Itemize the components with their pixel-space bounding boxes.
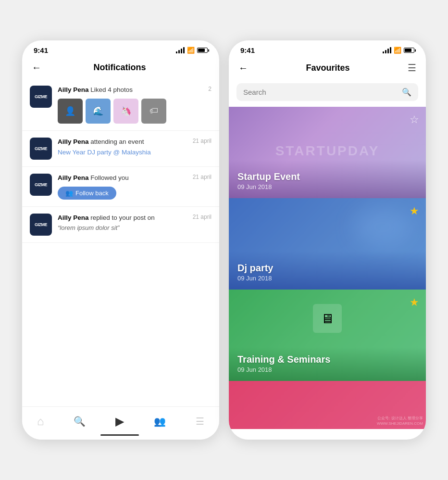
photo-thumb: 🏷	[141, 99, 166, 124]
signal-icon	[383, 48, 391, 53]
follow-icon: 👥	[65, 189, 73, 197]
avatar: GIZME	[30, 138, 52, 160]
event-card-overlay: ★ Training & Seminars 09 Jun 2018	[229, 290, 426, 381]
notification-item: GIZME Ailly Pena replied to your post on…	[22, 207, 219, 243]
bottom-nav: ⌂ 🔍 ▶ 👥 ☰	[22, 406, 219, 440]
notification-text: Ailly Pena Followed you	[58, 174, 129, 183]
status-icons-right: 📶	[383, 47, 414, 54]
phone-notifications: 9:41 📶 ← Notifications GIZME Ailly	[22, 40, 219, 440]
favourites-cards-list: STARTUPDAY ☆ Startup Event 09 Jun 2018 ★…	[229, 107, 426, 440]
notification-text: Ailly Pena Liked 4 photos	[58, 86, 202, 95]
nav-item-search[interactable]: 🔍	[69, 414, 90, 429]
notification-text: Ailly Pena attending an event	[58, 138, 144, 147]
reply-quote: “lorem ipsum dolor sit”	[58, 224, 212, 231]
search-nav-icon: 🔍	[74, 416, 86, 427]
notification-text: Ailly Pena replied to your post on	[58, 214, 155, 223]
back-button-right[interactable]: ←	[238, 63, 248, 74]
notification-time: 21 april	[193, 138, 212, 144]
wifi-icon: 📶	[187, 47, 195, 54]
event-card-pink[interactable]: 公众号: 设计达人 整理分享 WWW.SHEJIDAREN.COM	[229, 381, 426, 429]
status-time-right: 9:41	[240, 46, 255, 54]
notification-item: GIZME Ailly Pena attending an event 21 a…	[22, 131, 219, 167]
photo-thumb: 👤	[58, 99, 83, 124]
active-indicator	[100, 434, 139, 436]
notifications-list: GIZME Ailly Pena Liked 4 photos 👤 🌊 🦄	[22, 79, 219, 406]
event-card-startup[interactable]: STARTUPDAY ☆ Startup Event 09 Jun 2018	[229, 107, 426, 198]
status-time-left: 9:41	[34, 46, 48, 54]
nav-item-home[interactable]: ⌂	[32, 413, 49, 430]
event-card-training[interactable]: 🖥 ★ Training & Seminars 09 Jun 2018	[229, 290, 426, 381]
search-bar-wrapper: 🔍	[229, 79, 426, 107]
favourites-header: ← Favourites ☰	[229, 58, 426, 79]
status-bar-right: 9:41 📶	[229, 40, 426, 58]
nav-item-menu[interactable]: ☰	[191, 414, 209, 429]
status-bar-left: 9:41 📶	[22, 40, 219, 58]
notification-time: 21 april	[193, 214, 212, 220]
event-card-overlay: ★ Dj party 09 Jun 2018	[229, 198, 426, 290]
follow-back-button[interactable]: 👥 Follow back	[58, 187, 116, 200]
battery-icon	[197, 48, 208, 53]
filter-button[interactable]: ☰	[408, 62, 416, 74]
events-icon: ▶	[115, 415, 124, 428]
event-link[interactable]: New Year DJ party @ Malayshia	[58, 149, 212, 156]
star-icon[interactable]: ★	[410, 296, 419, 309]
page-title-right: Favourites	[306, 63, 349, 73]
search-bar: 🔍	[236, 83, 418, 101]
star-icon[interactable]: ☆	[410, 114, 419, 126]
event-card-title: Startup Event	[237, 171, 417, 182]
watermark: 公众号: 设计达人 整理分享 WWW.SHEJIDAREN.COM	[377, 416, 423, 426]
notifications-header: ← Notifications	[22, 58, 219, 79]
page-title-left: Notifications	[93, 63, 146, 73]
battery-icon	[404, 48, 414, 53]
nav-item-events[interactable]: ▶	[111, 413, 129, 430]
notification-time: 21 april	[193, 174, 212, 180]
avatar: GIZME	[30, 86, 52, 108]
event-card-date: 09 Jun 2018	[237, 366, 417, 373]
event-card-overlay: ☆ Startup Event 09 Jun 2018	[229, 107, 426, 198]
home-icon: ⌂	[37, 415, 44, 428]
wifi-icon: 📶	[394, 47, 401, 54]
notification-item: GIZME Ailly Pena Followed you 21 april 👥…	[22, 167, 219, 207]
event-card-date: 09 Jun 2018	[237, 275, 417, 282]
event-card-date: 09 Jun 2018	[237, 183, 417, 190]
notification-item: GIZME Ailly Pena Liked 4 photos 👤 🌊 🦄	[22, 79, 219, 131]
photo-thumbs: 👤 🌊 🦄 🏷	[58, 99, 202, 124]
nav-item-people[interactable]: 👥	[149, 414, 171, 429]
people-icon: 👥	[154, 416, 166, 427]
photo-thumb: 🌊	[86, 99, 111, 124]
notification-count: 2	[208, 86, 212, 92]
status-icons-left: 📶	[176, 47, 208, 54]
search-input[interactable]	[243, 88, 398, 96]
avatar: GIZME	[30, 174, 52, 196]
signal-icon	[176, 48, 185, 53]
menu-icon: ☰	[196, 416, 204, 427]
avatar: GIZME	[30, 214, 52, 236]
photo-thumb: 🦄	[113, 99, 138, 124]
event-card-title: Training & Seminars	[237, 354, 417, 365]
event-card-title: Dj party	[237, 263, 417, 274]
event-card-dj[interactable]: ★ Dj party 09 Jun 2018	[229, 198, 426, 290]
back-button-left[interactable]: ←	[32, 62, 41, 73]
phone-favourites: 9:41 📶 ← Favourites ☰ 🔍	[229, 40, 426, 440]
search-icon[interactable]: 🔍	[402, 88, 411, 97]
star-icon[interactable]: ★	[410, 205, 419, 217]
